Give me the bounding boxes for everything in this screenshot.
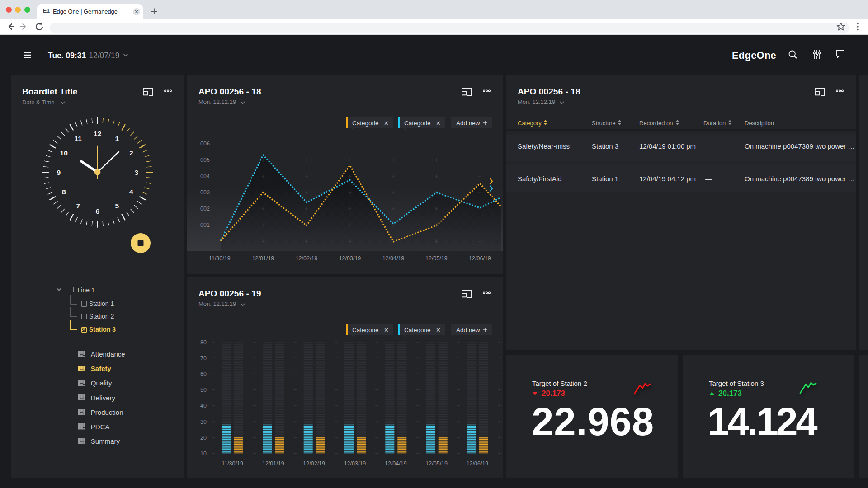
svg-text:80: 80	[200, 339, 207, 346]
svg-text:12/05/19: 12/05/19	[425, 460, 448, 467]
svg-text:11/30/19: 11/30/19	[222, 460, 243, 467]
svg-text:10: 10	[200, 450, 207, 457]
svg-text:12: 12	[94, 130, 101, 137]
svg-text:006: 006	[200, 141, 210, 147]
svg-text:60: 60	[200, 371, 207, 377]
svg-text:12/06/19: 12/06/19	[467, 460, 489, 467]
svg-text:12/04/19: 12/04/19	[385, 460, 407, 467]
svg-text:12/06/19: 12/06/19	[469, 255, 491, 262]
svg-text:12/02/19: 12/02/19	[296, 255, 318, 262]
svg-text:4: 4	[129, 188, 133, 196]
svg-text:12/02/19: 12/02/19	[303, 460, 325, 467]
svg-text:12/03/19: 12/03/19	[339, 255, 361, 262]
svg-text:12/03/19: 12/03/19	[344, 460, 366, 467]
svg-text:6: 6	[95, 207, 99, 215]
svg-text:12/01/19: 12/01/19	[262, 460, 284, 467]
svg-text:20: 20	[200, 435, 207, 441]
svg-text:30: 30	[200, 419, 207, 425]
svg-text:005: 005	[200, 157, 210, 163]
svg-text:11/30/19: 11/30/19	[209, 255, 231, 262]
svg-text:70: 70	[200, 355, 207, 361]
svg-text:2: 2	[129, 149, 133, 157]
svg-text:1: 1	[115, 135, 119, 142]
svg-text:50: 50	[200, 387, 207, 393]
svg-text:12/04/19: 12/04/19	[382, 255, 405, 262]
svg-text:9: 9	[57, 169, 61, 176]
svg-text:40: 40	[200, 403, 207, 409]
svg-text:10: 10	[60, 149, 68, 157]
svg-text:7: 7	[76, 202, 80, 210]
svg-text:004: 004	[200, 173, 210, 179]
svg-text:5: 5	[115, 202, 119, 210]
svg-text:8: 8	[62, 188, 66, 196]
svg-text:3: 3	[134, 169, 138, 176]
svg-text:11: 11	[75, 135, 82, 142]
svg-text:12/05/19: 12/05/19	[425, 255, 448, 262]
svg-text:12/01/19: 12/01/19	[252, 255, 274, 262]
